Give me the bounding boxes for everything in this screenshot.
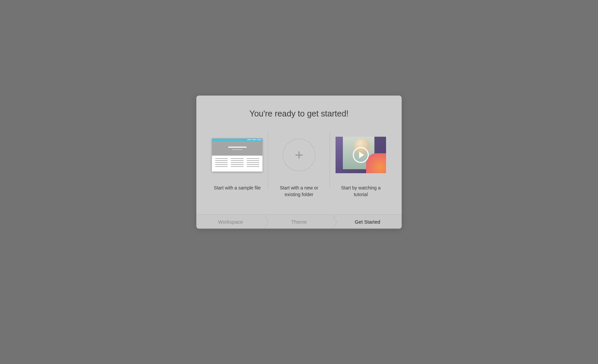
plus-circle-icon: +: [283, 139, 315, 171]
modal-body: You're ready to get started!: [196, 96, 402, 214]
modal-title: You're ready to get started!: [206, 109, 392, 118]
onboarding-modal: You're ready to get started!: [196, 96, 402, 229]
option-watch-tutorial[interactable]: Start by watching a tutorial: [330, 135, 392, 198]
option-sample-file[interactable]: Start with a sample file: [206, 135, 268, 191]
new-folder-illustration: +: [283, 135, 315, 175]
tutorial-video-thumbnail: [336, 135, 386, 175]
webpage-mockup-icon: [212, 138, 262, 172]
step-theme[interactable]: Theme: [265, 215, 333, 229]
stepper-nav: Workspace Theme Get Started: [196, 214, 402, 229]
sample-file-illustration: [212, 135, 262, 175]
option-label: Start with a new or existing folder: [273, 185, 325, 198]
step-get-started[interactable]: Get Started: [333, 215, 402, 229]
option-new-folder[interactable]: + Start with a new or existing folder: [268, 135, 330, 198]
step-workspace[interactable]: Workspace: [196, 215, 265, 229]
options-row: Start with a sample file + Start with a …: [206, 135, 392, 198]
plus-icon: +: [295, 148, 303, 162]
video-thumbnail-icon: [336, 137, 386, 173]
step-label: Get Started: [355, 219, 380, 225]
option-label: Start by watching a tutorial: [335, 185, 387, 198]
step-label: Workspace: [218, 219, 243, 225]
option-label: Start with a sample file: [214, 185, 261, 191]
play-icon: [353, 147, 369, 163]
step-label: Theme: [291, 219, 307, 225]
